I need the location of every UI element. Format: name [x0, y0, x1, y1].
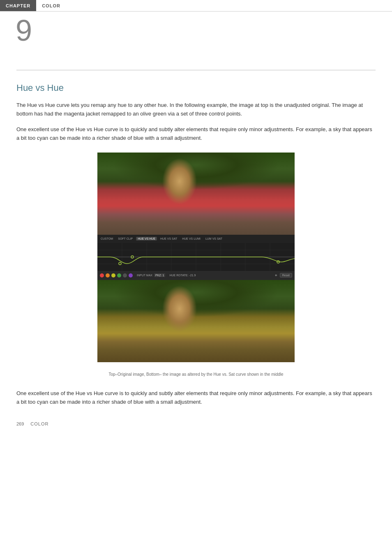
- curve-input-label: INPUT MAX: [137, 274, 152, 277]
- tab-hue-vs-hue[interactable]: HUE VS HUE: [136, 237, 157, 240]
- body-paragraph-1: The Hue vs Hue curve lets you remap any …: [16, 101, 376, 118]
- curve-controls: INPUT MAX PKZ: 1 HUE ROTATE: -21.9 ⌖ Res…: [97, 271, 295, 280]
- dot-red: [100, 273, 104, 278]
- chapter-label: CHAPTER: [0, 0, 36, 11]
- curve-area: [97, 243, 295, 271]
- scene-top-image: [97, 153, 295, 235]
- image-caption: Top–Original image, Bottom– the image as…: [16, 372, 376, 377]
- color-label: COLOR: [36, 0, 66, 11]
- tab-custom[interactable]: CUSTOM: [99, 237, 115, 240]
- curve-pkz: PKZ: 1: [154, 273, 165, 277]
- image-composite: CUSTOM SOFT CLIP HUE VS HUE HUE VS SAT H…: [97, 153, 295, 362]
- dot-yellow: [111, 273, 115, 278]
- reset-button[interactable]: Reset: [280, 273, 292, 278]
- photo-top: [97, 153, 295, 235]
- chapter-number: 9: [0, 12, 392, 45]
- photo-bottom: [97, 280, 295, 362]
- footer-section: COLOR: [30, 421, 48, 426]
- curve-editor: CUSTOM SOFT CLIP HUE VS HUE HUE VS SAT H…: [97, 235, 295, 280]
- main-content: Hue vs Hue The Hue vs Hue curve lets you…: [0, 83, 392, 407]
- curve-hue-label: HUE ROTATE: -21.9: [169, 274, 196, 277]
- dot-green: [117, 273, 121, 278]
- curve-tabs: CUSTOM SOFT CLIP HUE VS HUE HUE VS SAT H…: [97, 235, 295, 243]
- svg-point-11: [119, 262, 121, 265]
- dot-dark: [123, 273, 127, 278]
- dot-purple: [129, 273, 133, 278]
- section-divider: [16, 70, 376, 70]
- section-title: Hue vs Hue: [16, 83, 376, 93]
- scene-bottom-image: [97, 280, 295, 362]
- closing-paragraph: One excellent use of the Hue vs Hue curv…: [16, 389, 376, 407]
- curve-svg: [97, 243, 295, 271]
- tab-hue-vs-lumi[interactable]: HUE VS LUMI: [180, 237, 202, 240]
- footer: 269 COLOR: [0, 413, 392, 435]
- tab-soft-clip[interactable]: SOFT CLIP: [116, 237, 134, 240]
- body-paragraph-2: One excellent use of the Hue vs Hue curv…: [16, 125, 376, 143]
- page-number: 269: [16, 421, 24, 426]
- tab-hue-vs-sat[interactable]: HUE VS SAT: [159, 237, 179, 240]
- tab-lum-vs-sat[interactable]: LUM VS SAT: [204, 237, 224, 240]
- header-bar: CHAPTER COLOR: [0, 0, 392, 12]
- dot-orange: [106, 273, 110, 278]
- curve-icon: ⌖: [275, 273, 277, 278]
